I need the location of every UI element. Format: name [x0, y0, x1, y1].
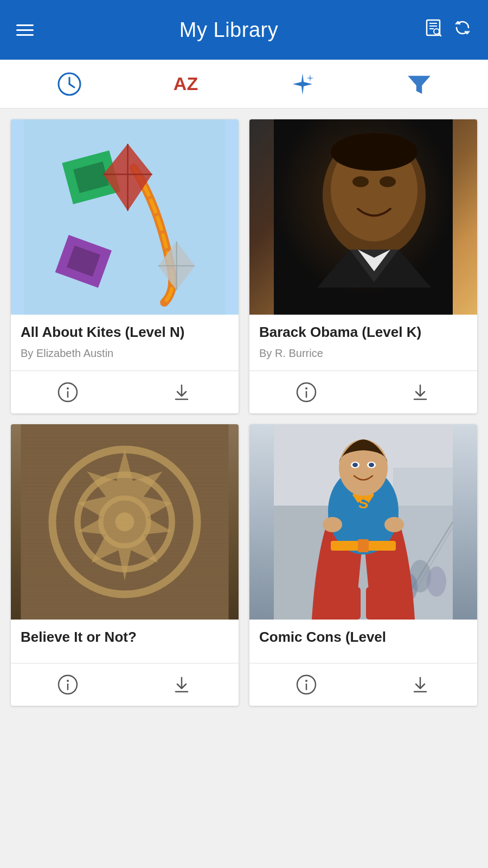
card-footer-believe: [11, 663, 239, 706]
new-sort-button[interactable]: [244, 66, 361, 103]
download-button-believe[interactable]: [160, 671, 203, 698]
book-card-comic[interactable]: S: [249, 424, 477, 706]
card-title-believe: Believe It or Not?: [21, 628, 229, 647]
download-button-obama[interactable]: [399, 379, 441, 406]
svg-point-68: [352, 463, 358, 467]
info-button-believe[interactable]: [47, 671, 89, 698]
svg-rect-72: [344, 587, 361, 620]
download-button-kites[interactable]: [160, 379, 203, 406]
card-author-obama: By R. Burrice: [259, 347, 467, 360]
info-button-comic[interactable]: [285, 671, 328, 698]
card-author-kites: By Elizabeth Austin: [21, 347, 229, 360]
svg-marker-9: [409, 76, 429, 93]
svg-point-31: [380, 176, 396, 187]
book-card-obama[interactable]: Barack Obama (Level K) By R. Burrice: [249, 119, 477, 413]
svg-rect-71: [358, 539, 369, 552]
info-button-kites[interactable]: [47, 379, 89, 406]
svg-point-32: [331, 133, 418, 171]
page-title: My Library: [179, 18, 278, 42]
svg-line-8: [69, 84, 74, 87]
card-body-believe: Believe It or Not?: [11, 620, 239, 658]
svg-text:S: S: [358, 495, 369, 512]
header-right: [424, 18, 472, 41]
info-button-obama[interactable]: [285, 379, 328, 406]
card-body-obama: Barack Obama (Level K) By R. Burrice: [249, 315, 477, 365]
header-left: [16, 24, 34, 36]
book-card-believe[interactable]: Believe It or Not?: [11, 424, 239, 706]
card-cover-believe: [11, 424, 239, 620]
svg-point-34: [305, 387, 307, 390]
menu-button[interactable]: [16, 24, 34, 36]
filter-button[interactable]: [361, 67, 477, 101]
card-footer-comic: [249, 663, 477, 706]
search-icon[interactable]: [424, 18, 442, 41]
card-footer-kites: [11, 371, 239, 413]
sort-toolbar: AZ: [0, 60, 488, 108]
svg-rect-0: [427, 20, 440, 35]
recent-sort-button[interactable]: [11, 66, 127, 103]
card-title-kites: All About Kites (Level N): [21, 323, 229, 342]
book-card-kites[interactable]: All About Kites (Level N) By Elizabeth A…: [11, 119, 239, 413]
svg-point-22: [67, 387, 69, 390]
card-title-obama: Barack Obama (Level K): [259, 323, 467, 342]
svg-point-58: [427, 566, 446, 597]
book-grid: All About Kites (Level N) By Elizabeth A…: [0, 108, 488, 717]
svg-point-47: [67, 680, 69, 682]
svg-point-69: [369, 463, 374, 467]
svg-point-75: [305, 680, 307, 682]
app-header: My Library: [0, 0, 488, 60]
card-body-kites: All About Kites (Level N) By Elizabeth A…: [11, 315, 239, 365]
svg-point-45: [115, 512, 134, 531]
refresh-icon[interactable]: [453, 18, 472, 41]
card-cover-comic: S: [249, 424, 477, 620]
svg-rect-73: [366, 587, 382, 620]
az-sort-button[interactable]: AZ: [127, 68, 244, 100]
card-title-comic: Comic Cons (Level: [259, 628, 467, 647]
svg-point-63: [323, 517, 342, 532]
card-body-comic: Comic Cons (Level: [249, 620, 477, 658]
card-footer-obama: [249, 371, 477, 413]
card-cover-kites: [11, 119, 239, 315]
svg-point-64: [384, 517, 404, 532]
download-button-comic[interactable]: [399, 671, 441, 698]
svg-point-30: [352, 176, 369, 187]
card-cover-obama: [249, 119, 477, 315]
